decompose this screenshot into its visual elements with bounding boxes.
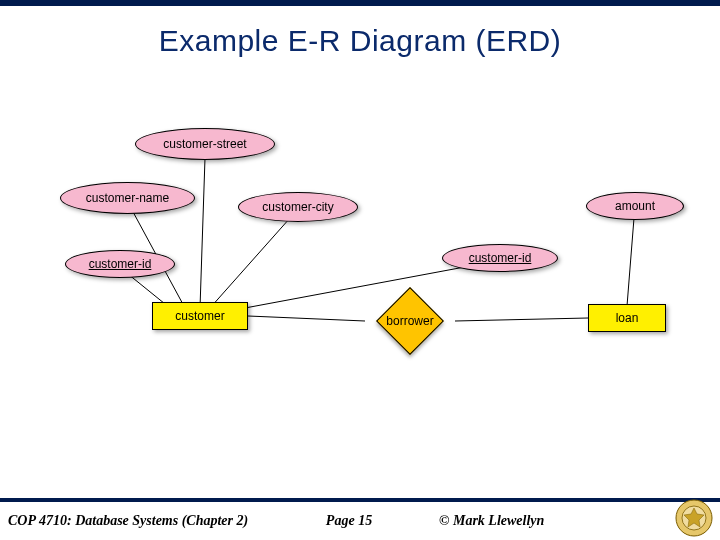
attr-amount: amount xyxy=(586,192,684,220)
svg-line-2 xyxy=(210,218,290,308)
attr-label: customer-street xyxy=(163,137,246,151)
attr-customer-name: customer-name xyxy=(60,182,195,214)
attr-label: customer-id xyxy=(469,251,532,265)
entity-loan: loan xyxy=(588,304,666,332)
attr-customer-id-right: customer-id xyxy=(442,244,558,272)
page-title: Example E-R Diagram (ERD) xyxy=(0,24,720,58)
attr-label: amount xyxy=(615,199,655,213)
svg-line-7 xyxy=(627,218,634,306)
relationship-borrower: borrower xyxy=(378,292,442,350)
slide-footer: COP 4710: Database Systems (Chapter 2) P… xyxy=(0,498,720,540)
svg-line-6 xyxy=(455,318,588,321)
footer-page: Page 15 xyxy=(289,513,409,529)
attr-label: customer-name xyxy=(86,191,169,205)
svg-line-0 xyxy=(200,158,205,308)
attr-label: customer-city xyxy=(262,200,333,214)
attr-customer-city: customer-city xyxy=(238,192,358,222)
svg-line-5 xyxy=(248,316,365,321)
entity-customer: customer xyxy=(152,302,248,330)
attr-label: customer-id xyxy=(89,257,152,271)
attr-customer-street: customer-street xyxy=(135,128,275,160)
relationship-label: borrower xyxy=(386,314,433,328)
entity-label: loan xyxy=(616,311,639,325)
footer-course: COP 4710: Database Systems (Chapter 2) xyxy=(0,513,289,529)
university-seal-icon xyxy=(674,498,714,538)
entity-label: customer xyxy=(175,309,224,323)
attr-customer-id-left: customer-id xyxy=(65,250,175,278)
